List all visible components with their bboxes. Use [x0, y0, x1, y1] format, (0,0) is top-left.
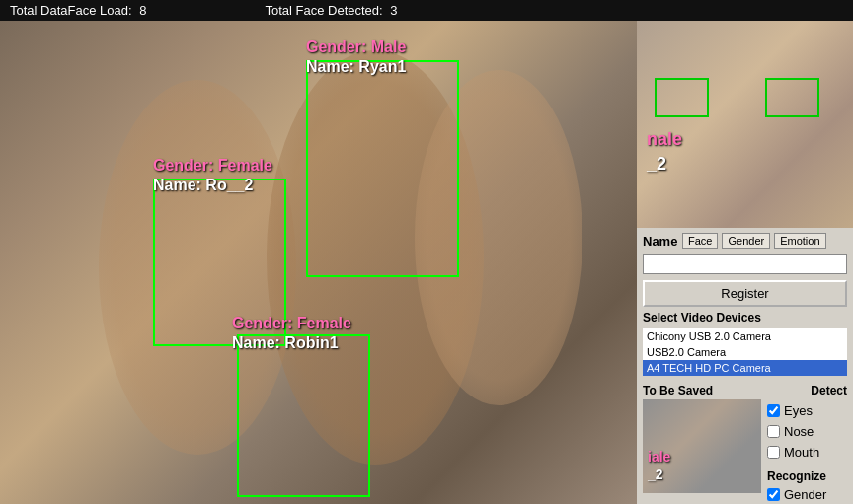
mouth-label: Mouth	[784, 445, 819, 460]
to-be-saved-column: To Be Saved Detect iale _2	[643, 384, 847, 504]
recognize-label: Recognize	[767, 469, 847, 483]
face-preview-gender: nale	[647, 129, 682, 150]
detection-gender-robin1: Gender: Female	[232, 315, 351, 332]
to-be-saved-label: To Be Saved	[643, 384, 713, 397]
register-button[interactable]: Register	[643, 280, 847, 307]
controls-area: Name Face Gender Emotion Register Select…	[637, 228, 853, 504]
gender-checkbox[interactable]	[767, 488, 780, 501]
saved-preview-name: _2	[648, 467, 663, 482]
name-label: Name	[643, 234, 678, 249]
checkbox-row-gender: Gender	[767, 487, 847, 502]
eyes-checkbox[interactable]	[767, 404, 780, 417]
eyes-label: Eyes	[784, 403, 813, 418]
device-item-2[interactable]: A4 TECH HD PC Camera	[643, 360, 847, 376]
nose-checkbox[interactable]	[767, 425, 780, 438]
device-item-0[interactable]: Chicony USB 2.0 Camera	[643, 328, 847, 344]
face-preview: nale _2	[637, 21, 853, 228]
gender-label: Gender	[784, 487, 826, 502]
tab-gender[interactable]: Gender	[722, 233, 770, 249]
nose-label: Nose	[784, 424, 814, 439]
dataface-load-text: Total DataFace Load: 8	[10, 3, 146, 18]
detect-options: Eyes Nose Mouth Recognize	[767, 399, 847, 504]
bottom-section: To Be Saved Detect iale _2	[643, 384, 847, 504]
name-input[interactable]	[643, 254, 847, 274]
tab-emotion[interactable]: Emotion	[774, 233, 825, 249]
right-panel: nale _2 Name Face Gender Emotion Registe…	[637, 21, 853, 504]
face-preview-background	[637, 21, 853, 228]
face-detected-text: Total Face Detected: 3	[265, 3, 397, 18]
detection-gender-female-left: Gender: Female	[153, 157, 272, 175]
saved-preview: iale _2	[643, 399, 761, 493]
eye-box-right	[765, 78, 819, 117]
detection-name-ryan1: Name: Ryan1	[306, 58, 406, 76]
detect-label: Detect	[811, 384, 847, 397]
detection-name-female-left: Name: Ro__2	[153, 177, 257, 194]
top-bar: Total DataFace Load: 8 Total Face Detect…	[0, 0, 853, 21]
device-list: Chicony USB 2.0 Camera USB2.0 Camera A4 …	[643, 328, 847, 376]
checkbox-row-nose: Nose	[767, 424, 847, 439]
video-devices-label: Select Video Devices	[643, 311, 847, 324]
detection-gender-ryan1: Gender: Male	[306, 38, 406, 56]
camera-view: Gender: Male Name: Ryan1 Gender: Female …	[0, 21, 637, 504]
eye-box-left	[655, 78, 709, 117]
main-area: Gender: Male Name: Ryan1 Gender: Female …	[0, 21, 853, 504]
checkbox-row-mouth: Mouth	[767, 445, 847, 460]
name-row: Name Face Gender Emotion	[643, 233, 847, 249]
mouth-checkbox[interactable]	[767, 446, 780, 459]
face-preview-name: _2	[647, 154, 666, 175]
detection-name-robin1: Name: Robin1	[232, 334, 339, 352]
saved-preview-gender: iale	[648, 449, 670, 465]
tab-face[interactable]: Face	[682, 233, 718, 249]
checkbox-row-eyes: Eyes	[767, 403, 847, 418]
device-item-1[interactable]: USB2.0 Camera	[643, 344, 847, 360]
